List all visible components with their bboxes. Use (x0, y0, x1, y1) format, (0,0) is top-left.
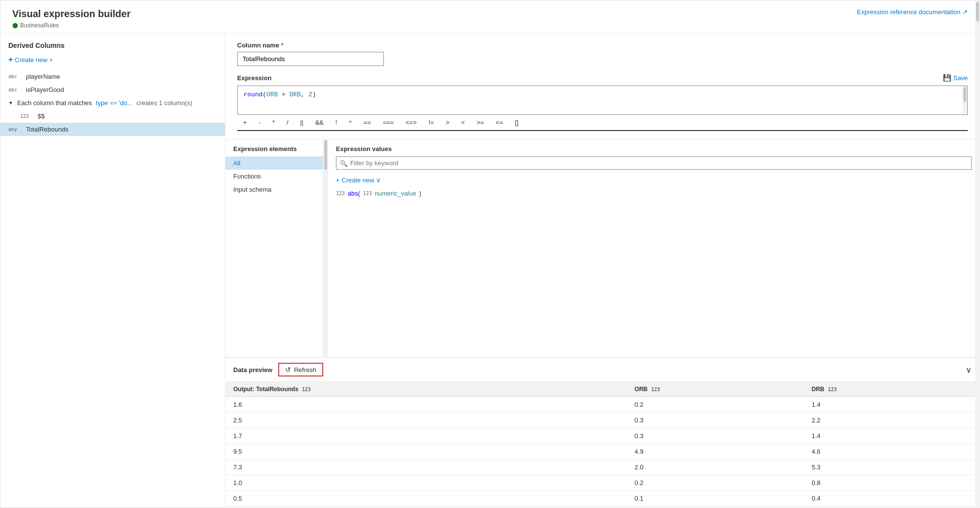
op-not[interactable]: ! (330, 117, 343, 128)
table-cell: 5.3 (804, 460, 980, 475)
expression-code: round(ORB + DRB, 2) (244, 91, 316, 98)
expr-ref-label: Expression reference documentation (857, 8, 960, 16)
col1-type-icon: 123 (651, 387, 660, 392)
values-func-param: numeric_value (375, 190, 416, 197)
op-lt[interactable]: < (455, 117, 471, 128)
values-scrollbar[interactable] (975, 139, 980, 357)
external-link-icon: ↗ (962, 8, 968, 16)
sidebar-group: ▼ Each column that matches type == 'do..… (0, 96, 225, 123)
element-item-functions[interactable]: Functions (225, 170, 323, 183)
scrollbar-thumb (963, 87, 966, 102)
table-cell: 0.3 (627, 413, 804, 428)
refresh-label: Refresh (294, 366, 316, 374)
op-lte[interactable]: <= (490, 117, 509, 128)
save-button[interactable]: 💾 Save (943, 74, 968, 82)
elements-scroll-thumb (324, 140, 327, 170)
op-plus[interactable]: + (237, 117, 253, 128)
col0-type-icon: 123 (302, 387, 311, 392)
sidebar-section-title: Derived Columns (0, 42, 225, 53)
sidebar-create-new-button[interactable]: + Create new ∨ (0, 53, 225, 70)
table-cell: 0.8 (804, 475, 980, 491)
table-cell: 0.5 (225, 491, 627, 507)
op-minus[interactable]: - (253, 117, 267, 128)
table-cell: 1.4 (804, 428, 980, 444)
values-chevron-icon: ∨ (376, 177, 381, 184)
col2-type-icon: 123 (828, 387, 837, 392)
op-brackets[interactable]: [] (509, 117, 524, 128)
table-cell: 2.5 (225, 413, 627, 428)
table-cell: 0.4 (804, 491, 980, 507)
values-item-abs[interactable]: 123 abs( 123 numeric_value ) (336, 188, 972, 199)
element-item-input-schema[interactable]: Input schema (225, 183, 323, 196)
table-row: 0.50.10.4 (225, 491, 980, 507)
elements-panel-with-scroll: Expression elements All Functions Input … (225, 139, 328, 357)
header-left: Visual expression builder ⬢ BusinessRule… (12, 8, 131, 29)
op-divide[interactable]: / (281, 117, 294, 128)
values-func-close: ) (419, 190, 421, 197)
sidebar-item-isplayergood[interactable]: abc isPlayerGood (0, 83, 225, 96)
values-func-name: abs( (348, 190, 360, 197)
group-expand-icon: ▼ (8, 100, 13, 106)
table-cell: 0.2 (627, 397, 804, 413)
table-row: 7.32.05.3 (225, 460, 980, 475)
sidebar-group-header[interactable]: ▼ Each column that matches type == 'do..… (0, 96, 225, 110)
col-header-drb: DRB 123 (804, 382, 980, 397)
elements-panel-title: Expression elements (225, 139, 323, 156)
sidebar-item-$$[interactable]: 123 $$ (12, 110, 225, 123)
main-layout: Derived Columns + Create new ∨ abc playe… (0, 34, 980, 507)
table-cell: 0.2 (627, 475, 804, 491)
preview-title: Data preview (233, 366, 272, 374)
group-count: creates 1 column(s) (136, 99, 192, 107)
refresh-button[interactable]: ↺ Refresh (278, 363, 323, 376)
business-rules-icon: ⬢ (12, 22, 18, 29)
op-and[interactable]: && (309, 117, 329, 128)
op-spaceship[interactable]: <=> (400, 117, 423, 128)
expression-area: Column name * Expression 💾 Save (225, 34, 980, 139)
save-label: Save (953, 74, 968, 82)
expr-ref-link[interactable]: Expression reference documentation ↗ (857, 8, 968, 16)
values-panel: Expression values 🔍 + Create new ∨ 123 a… (328, 139, 980, 357)
table-row: 2.50.32.2 (225, 413, 980, 428)
table-cell: 9.5 (225, 444, 627, 460)
column-name-section: Column name * (237, 42, 968, 66)
op-multiply[interactable]: * (267, 117, 281, 128)
op-gt[interactable]: > (440, 117, 455, 128)
table-cell: 1.6 (225, 397, 627, 413)
search-icon: 🔍 (340, 159, 348, 167)
preview-collapse-button[interactable]: ∨ (966, 365, 972, 375)
sidebar-item-playername[interactable]: abc playerName (0, 70, 225, 83)
editor-scrollbar[interactable] (962, 86, 967, 114)
column-name-input[interactable] (237, 52, 384, 66)
table-cell: 0.3 (627, 428, 804, 444)
group-meta: type == 'do... (96, 99, 133, 107)
values-create-new-button[interactable]: + Create new ∨ (336, 175, 972, 188)
filter-input[interactable] (336, 156, 972, 170)
table-row: 9.54.94.6 (225, 444, 980, 460)
elements-list: All Functions Input schema (225, 156, 323, 196)
op-strict-eq[interactable]: === (377, 117, 400, 128)
sidebar-create-new-label: Create new (15, 56, 47, 64)
table-cell: 4.6 (804, 444, 980, 460)
breadcrumb-label: BusinessRules (20, 22, 59, 29)
sidebar: Derived Columns + Create new ∨ abc playe… (0, 34, 225, 507)
type-badge-abc-2: abc (8, 87, 22, 92)
element-item-all[interactable]: All (225, 156, 323, 170)
sidebar-item-totalrebounds[interactable]: any TotalRebounds (0, 123, 225, 136)
op-or[interactable]: || (294, 117, 310, 128)
expression-label: Expression (237, 74, 271, 82)
expression-header: Expression 💾 Save (237, 74, 968, 82)
app-header: Visual expression builder ⬢ BusinessRule… (0, 0, 980, 34)
expression-editor[interactable]: round(ORB + DRB, 2) (237, 86, 968, 115)
values-type-badge: 123 (336, 191, 345, 196)
op-eq[interactable]: == (357, 117, 377, 128)
op-caret[interactable]: ^ (343, 117, 357, 128)
sidebar-item-label: playerName (26, 73, 60, 80)
op-neq[interactable]: != (423, 117, 440, 128)
type-badge-123: 123 (20, 113, 34, 119)
right-content: Column name * Expression 💾 Save (225, 34, 980, 507)
elements-panel-scrollbar[interactable] (323, 139, 328, 357)
preview-header: Data preview ↺ Refresh ∨ (225, 358, 980, 382)
op-gte[interactable]: >= (471, 117, 490, 128)
table-cell: 1.7 (225, 428, 627, 444)
group-children: 123 $$ (0, 110, 225, 123)
